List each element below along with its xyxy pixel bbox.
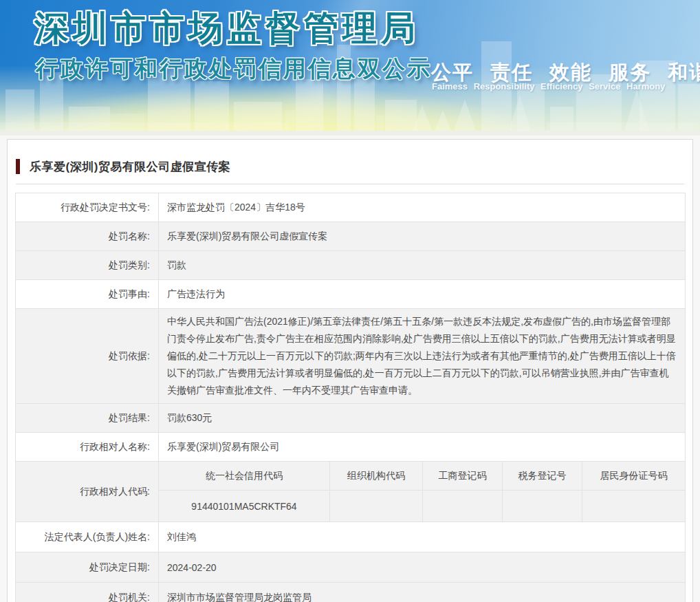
field-label: 行政相对人名称:: [16, 433, 159, 462]
field-label: 处罚结果:: [16, 404, 159, 433]
field-value: 罚款: [159, 251, 686, 280]
field-label: 处罚机关:: [16, 583, 159, 602]
field-value: 乐享爱(深圳)贸易有限公司虚假宣传案: [159, 222, 686, 251]
code-column-header: 居民身份证号码: [582, 462, 686, 491]
agency-title: 深圳市市场监督管理局: [34, 6, 419, 52]
title-divider: [16, 184, 684, 184]
field-label: 行政处罚决定书文号:: [16, 193, 159, 222]
row-legal-representative: 法定代表人(负责人)姓名: 刘佳鸿: [16, 522, 686, 552]
field-value: 刘佳鸿: [159, 522, 686, 552]
field-value: 2024-02-20: [159, 552, 686, 583]
row-party-name: 行政相对人名称: 乐享爱(深圳)贸易有限公司: [16, 433, 686, 462]
case-title: 乐享爱(深圳)贸易有限公司虚假宣传案: [30, 159, 230, 175]
row-penalty-result: 处罚结果: 罚款630元: [16, 404, 686, 433]
row-penalty-category: 处罚类别: 罚款: [16, 251, 686, 280]
field-label: 处罚决定日期:: [16, 552, 159, 583]
field-label: 处罚类别:: [16, 251, 159, 280]
field-label: 行政相对人代码:: [16, 462, 159, 522]
row-party-code-header: 行政相对人代码: 统一社会信用代码 组织机构代码 工商登记码 税务登记号 居民身…: [16, 462, 686, 491]
field-value: 罚款630元: [159, 404, 686, 433]
code-value-credit-code: 91440101MA5CRKTF64: [159, 491, 330, 522]
code-column-header: 组织机构代码: [330, 462, 423, 491]
row-decision-date: 处罚决定日期: 2024-02-20: [16, 552, 686, 583]
code-value-id-number: [582, 491, 686, 522]
row-penalty-reason: 处罚事由: 广告违法行为: [16, 280, 686, 309]
content-panel: 乐享爱(深圳)贸易有限公司虚假宣传案 行政处罚决定书文号: 深市监龙处罚〔202…: [7, 139, 693, 602]
penalty-info-table: 行政处罚决定书文号: 深市监龙处罚〔2024〕吉华18号 处罚名称: 乐享爱(深…: [15, 193, 686, 602]
code-column-header: 工商登记码: [423, 462, 503, 491]
penalty-disclosure-page: { "banner": { "title": "深圳市市场监督管理局", "su…: [0, 0, 700, 602]
case-title-row: 乐享爱(深圳)贸易有限公司虚假宣传案: [16, 158, 684, 175]
title-accent-bar: [16, 159, 20, 174]
field-value: 深市监龙处罚〔2024〕吉华18号: [159, 193, 686, 222]
code-value-tax-reg: [503, 491, 582, 522]
row-decision-doc-number: 行政处罚决定书文号: 深市监龙处罚〔2024〕吉华18号: [16, 193, 686, 222]
field-label: 处罚依据:: [16, 309, 159, 404]
field-label: 处罚事由:: [16, 280, 159, 309]
code-value-business-reg: [423, 491, 503, 522]
slogan-english: Faimess Responsibility Efficiency Servic…: [432, 81, 665, 92]
field-label: 处罚名称:: [16, 222, 159, 251]
banner-subtitle: 行政许可和行政处罚信用信息双公示: [36, 54, 432, 85]
code-value-org-code: [330, 491, 423, 522]
field-value: 中华人民共和国广告法(2021修正)/第五章法律责任/第五十五条/第一款违反本法…: [159, 309, 686, 404]
field-value: 深圳市市场监督管理局龙岗监管局: [159, 583, 686, 602]
code-column-header: 统一社会信用代码: [159, 462, 330, 491]
row-penalty-name: 处罚名称: 乐享爱(深圳)贸易有限公司虚假宣传案: [16, 222, 686, 251]
field-value: 广告违法行为: [159, 280, 686, 309]
row-penalty-basis: 处罚依据: 中华人民共和国广告法(2021修正)/第五章法律责任/第五十五条/第…: [16, 309, 686, 404]
banner-bottom-strip: [0, 131, 700, 136]
field-label: 法定代表人(负责人)姓名:: [16, 522, 159, 552]
code-column-header: 税务登记号: [503, 462, 582, 491]
field-value: 乐享爱(深圳)贸易有限公司: [159, 433, 686, 462]
header-banner: 深圳市市场监督管理局 行政许可和行政处罚信用信息双公示 公平 责任 效能 服务 …: [0, 0, 700, 131]
row-penalty-authority: 处罚机关: 深圳市市场监督管理局龙岗监管局: [16, 583, 686, 602]
